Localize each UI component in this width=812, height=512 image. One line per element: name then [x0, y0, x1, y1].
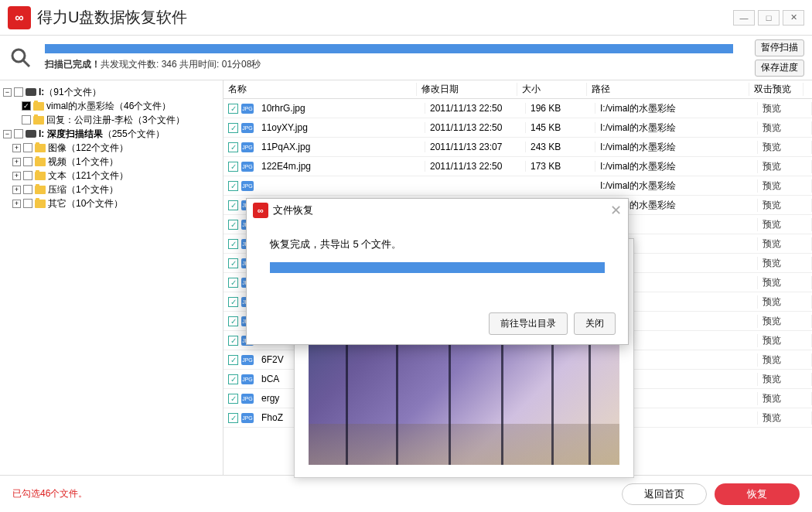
tree-root-deepscan[interactable]: −I: 深度扫描结果（255个文件）: [3, 127, 220, 141]
maximize-button[interactable]: □: [758, 10, 780, 26]
checkbox[interactable]: [22, 101, 31, 111]
preview-link[interactable]: 预览: [758, 160, 812, 173]
svg-point-0: [12, 49, 25, 62]
col-name[interactable]: 名称: [223, 83, 417, 96]
preview-link[interactable]: 预览: [758, 411, 812, 425]
tree-item-vimal[interactable]: vimal的水墨彩绘（46个文件）: [3, 99, 220, 113]
minimize-button[interactable]: —: [733, 10, 755, 26]
row-checkbox[interactable]: [228, 316, 238, 326]
tree-root-drive[interactable]: −I:（91个文件）: [3, 85, 220, 99]
footer: 已勾选46个文件。 返回首页 恢复: [0, 475, 812, 512]
checkbox[interactable]: [23, 199, 32, 208]
row-checkbox[interactable]: [228, 239, 238, 249]
dialog-close-button[interactable]: 关闭: [574, 312, 616, 335]
goto-export-dir-button[interactable]: 前往导出目录: [489, 312, 568, 335]
expand-icon[interactable]: +: [12, 144, 21, 152]
col-path[interactable]: 路径: [587, 83, 749, 96]
row-checkbox[interactable]: [228, 104, 238, 114]
checkbox[interactable]: [22, 115, 31, 125]
preview-link[interactable]: 预览: [758, 334, 812, 347]
tree-item-text[interactable]: +文本（121个文件）: [3, 169, 220, 183]
row-checkbox[interactable]: [228, 355, 238, 365]
scan-status-text: 扫描已完成！共发现文件数: 346 共用时间: 01分08秒: [45, 58, 747, 71]
drive-icon: [26, 130, 36, 138]
column-headers: 名称 修改日期 大小 路径 双击预览: [223, 80, 812, 99]
col-preview[interactable]: 双击预览: [749, 83, 803, 96]
row-checkbox[interactable]: [228, 278, 238, 288]
table-row[interactable]: JPG122E4m.jpg2011/11/13 22:50173 KBI:/vi…: [223, 157, 812, 176]
preview-link[interactable]: 预览: [758, 353, 812, 367]
row-checkbox[interactable]: [228, 336, 238, 346]
expand-icon[interactable]: +: [12, 200, 21, 208]
row-checkbox[interactable]: [228, 181, 238, 191]
preview-link[interactable]: 预览: [758, 237, 812, 251]
scan-progress-bar: [45, 44, 733, 53]
table-row[interactable]: JPG10rhrG.jpg2011/11/13 22:50196 KBI:/vi…: [223, 99, 812, 118]
filetype-icon: JPG: [241, 394, 254, 404]
cell-size: 145 KB: [526, 122, 595, 133]
row-checkbox[interactable]: [228, 258, 238, 268]
row-checkbox[interactable]: [228, 220, 238, 230]
checkbox[interactable]: [14, 129, 23, 138]
expand-icon[interactable]: +: [12, 158, 21, 166]
cell-path: I:/vimal的水墨彩绘: [595, 160, 758, 173]
row-checkbox[interactable]: [228, 413, 238, 423]
magnifier-icon: [8, 45, 34, 71]
preview-link[interactable]: 预览: [758, 257, 812, 270]
filetype-icon: JPG: [241, 123, 254, 133]
expand-icon[interactable]: +: [12, 172, 21, 180]
preview-link[interactable]: 预览: [758, 199, 812, 212]
collapse-icon[interactable]: −: [3, 88, 12, 97]
row-checkbox[interactable]: [228, 142, 238, 152]
row-checkbox[interactable]: [228, 297, 238, 307]
row-checkbox[interactable]: [228, 394, 238, 404]
row-checkbox[interactable]: [228, 374, 238, 384]
back-home-button[interactable]: 返回首页: [622, 483, 707, 505]
preview-link[interactable]: 预览: [758, 392, 812, 405]
app-title: 得力U盘数据恢复软件: [37, 7, 187, 28]
expand-icon[interactable]: +: [12, 186, 21, 194]
preview-link[interactable]: 预览: [758, 315, 812, 328]
table-row[interactable]: JPG11oyXY.jpg2011/11/13 22:50145 KBI:/vi…: [223, 118, 812, 138]
table-row[interactable]: JPGI:/vimal的水墨彩绘预览: [223, 176, 812, 196]
recover-button[interactable]: 恢复: [715, 483, 800, 505]
tree-item-archive[interactable]: +压缩（1个文件）: [3, 183, 220, 196]
collapse-icon[interactable]: −: [3, 130, 12, 138]
filetype-icon: JPG: [241, 104, 254, 114]
row-checkbox[interactable]: [228, 162, 238, 172]
close-button[interactable]: ✕: [783, 10, 804, 26]
col-size[interactable]: 大小: [517, 83, 587, 96]
svg-line-1: [23, 60, 29, 67]
row-checkbox[interactable]: [228, 123, 238, 133]
tree-item-other[interactable]: +其它（10个文件）: [3, 196, 220, 210]
drive-icon: [26, 88, 36, 96]
preview-link[interactable]: 预览: [758, 276, 812, 289]
dialog-close-icon[interactable]: ✕: [610, 202, 622, 219]
preview-link[interactable]: 预览: [758, 141, 812, 154]
col-date[interactable]: 修改日期: [417, 83, 517, 96]
filetype-icon: JPG: [241, 355, 254, 365]
checkbox[interactable]: [23, 157, 32, 166]
table-row[interactable]: JPG11PqAX.jpg2011/11/13 23:07243 KBI:/vi…: [223, 138, 812, 157]
preview-link[interactable]: 预览: [758, 102, 812, 115]
pause-scan-button[interactable]: 暂停扫描: [755, 39, 804, 56]
preview-link[interactable]: 预览: [758, 295, 812, 309]
checkbox[interactable]: [23, 185, 32, 194]
tree-item-reply[interactable]: 回复：公司注册-李松（3个文件）: [3, 113, 220, 127]
filetype-icon: JPG: [241, 413, 254, 423]
save-progress-button[interactable]: 保存进度: [755, 60, 804, 77]
tree-item-video[interactable]: +视频（1个文件）: [3, 155, 220, 169]
preview-link[interactable]: 预览: [758, 373, 812, 386]
cell-date: 2011/11/13 22:50: [425, 122, 526, 133]
preview-link[interactable]: 预览: [758, 179, 812, 193]
checkbox[interactable]: [14, 87, 23, 97]
tree-item-images[interactable]: +图像（122个文件）: [3, 141, 220, 155]
folder-icon: [35, 172, 46, 180]
preview-link[interactable]: 预览: [758, 121, 812, 135]
checkbox[interactable]: [23, 143, 32, 152]
scan-bar: 扫描已完成！共发现文件数: 346 共用时间: 01分08秒 暂停扫描 保存进度: [0, 36, 812, 80]
titlebar: ∞ 得力U盘数据恢复软件 — □ ✕: [0, 0, 812, 36]
checkbox[interactable]: [23, 171, 32, 180]
preview-link[interactable]: 预览: [758, 218, 812, 231]
row-checkbox[interactable]: [228, 200, 238, 210]
